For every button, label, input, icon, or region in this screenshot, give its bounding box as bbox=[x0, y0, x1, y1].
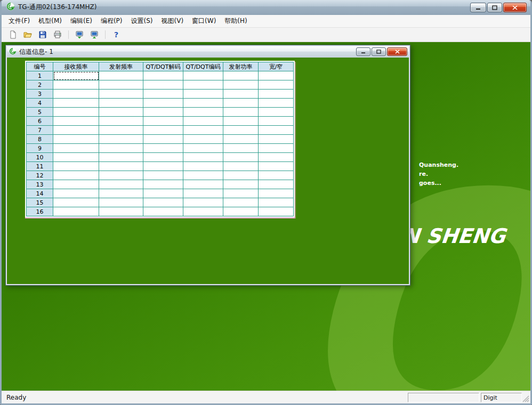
channel-cell[interactable] bbox=[259, 207, 294, 216]
channel-cell[interactable] bbox=[143, 117, 183, 126]
child-title-bar[interactable]: 信道信息- 1 bbox=[7, 46, 409, 58]
channel-cell[interactable] bbox=[53, 126, 99, 135]
menu-window[interactable]: 窗口(W) bbox=[188, 15, 220, 27]
row-number-cell[interactable]: 9 bbox=[27, 144, 53, 153]
channel-cell[interactable] bbox=[223, 162, 259, 171]
channel-cell[interactable] bbox=[99, 108, 143, 117]
new-file-button[interactable] bbox=[6, 29, 19, 40]
channel-cell[interactable] bbox=[143, 207, 183, 216]
channel-cell[interactable] bbox=[143, 90, 183, 99]
row-number-cell[interactable]: 7 bbox=[27, 126, 53, 135]
channel-cell[interactable] bbox=[143, 153, 183, 162]
channel-cell[interactable] bbox=[223, 71, 259, 80]
channel-cell[interactable] bbox=[259, 171, 294, 180]
channel-cell[interactable] bbox=[183, 80, 223, 90]
channel-cell[interactable] bbox=[183, 135, 223, 144]
channel-cell[interactable] bbox=[99, 144, 143, 153]
channel-cell[interactable] bbox=[259, 71, 294, 80]
column-header-wide-narrow[interactable]: 宽/窄 bbox=[259, 62, 294, 71]
channel-cell[interactable] bbox=[143, 99, 183, 108]
channel-cell[interactable] bbox=[143, 198, 183, 207]
help-button[interactable]: ? bbox=[110, 29, 123, 40]
channel-cell[interactable] bbox=[259, 80, 294, 90]
channel-cell[interactable] bbox=[183, 189, 223, 198]
channel-cell[interactable] bbox=[53, 99, 99, 108]
row-number-cell[interactable]: 8 bbox=[27, 135, 53, 144]
channel-cell[interactable] bbox=[143, 162, 183, 171]
child-close-button[interactable] bbox=[387, 47, 407, 56]
channel-cell[interactable] bbox=[223, 90, 259, 99]
channel-cell[interactable] bbox=[53, 71, 99, 80]
row-number-cell[interactable]: 6 bbox=[27, 117, 53, 126]
column-header-number[interactable]: 编号 bbox=[27, 62, 53, 71]
channel-cell[interactable] bbox=[223, 207, 259, 216]
channel-cell[interactable] bbox=[143, 189, 183, 198]
channel-cell[interactable] bbox=[99, 189, 143, 198]
channel-cell[interactable] bbox=[223, 144, 259, 153]
channel-cell[interactable] bbox=[223, 80, 259, 90]
channel-cell[interactable] bbox=[183, 144, 223, 153]
channel-cell[interactable] bbox=[99, 99, 143, 108]
channel-cell[interactable] bbox=[223, 126, 259, 135]
minimize-button[interactable] bbox=[470, 3, 486, 12]
menu-edit[interactable]: 编辑(E) bbox=[66, 15, 96, 27]
column-header-tx-freq[interactable]: 发射频率 bbox=[99, 62, 143, 71]
channel-cell[interactable] bbox=[183, 198, 223, 207]
channel-cell[interactable] bbox=[223, 108, 259, 117]
channel-cell[interactable] bbox=[183, 90, 223, 99]
channel-cell[interactable] bbox=[259, 153, 294, 162]
channel-cell[interactable] bbox=[53, 117, 99, 126]
channel-cell[interactable] bbox=[99, 171, 143, 180]
channel-cell[interactable] bbox=[183, 108, 223, 117]
row-number-cell[interactable]: 4 bbox=[27, 99, 53, 108]
channel-cell[interactable] bbox=[143, 126, 183, 135]
channel-cell[interactable] bbox=[99, 207, 143, 216]
channel-cell[interactable] bbox=[259, 117, 294, 126]
channel-cell[interactable] bbox=[143, 80, 183, 90]
channel-cell[interactable] bbox=[53, 135, 99, 144]
channel-cell[interactable] bbox=[183, 171, 223, 180]
channel-cell[interactable] bbox=[99, 71, 143, 80]
row-number-cell[interactable]: 16 bbox=[27, 207, 53, 216]
resize-grip-icon[interactable] bbox=[522, 395, 529, 402]
channel-cell[interactable] bbox=[259, 198, 294, 207]
channel-cell[interactable] bbox=[143, 144, 183, 153]
channel-cell[interactable] bbox=[99, 90, 143, 99]
channel-cell[interactable] bbox=[223, 171, 259, 180]
channel-cell[interactable] bbox=[53, 180, 99, 189]
channel-cell[interactable] bbox=[259, 90, 294, 99]
row-number-cell[interactable]: 14 bbox=[27, 189, 53, 198]
channel-cell[interactable] bbox=[259, 162, 294, 171]
row-number-cell[interactable]: 15 bbox=[27, 198, 53, 207]
menu-help[interactable]: 帮助(H) bbox=[220, 15, 251, 27]
row-number-cell[interactable]: 3 bbox=[27, 90, 53, 99]
channel-cell[interactable] bbox=[183, 126, 223, 135]
channel-cell[interactable] bbox=[143, 171, 183, 180]
channel-cell[interactable] bbox=[99, 126, 143, 135]
channel-cell[interactable] bbox=[143, 180, 183, 189]
channel-cell[interactable] bbox=[259, 99, 294, 108]
channel-cell[interactable] bbox=[183, 99, 223, 108]
channel-cell[interactable] bbox=[53, 198, 99, 207]
row-number-cell[interactable]: 11 bbox=[27, 162, 53, 171]
channel-cell[interactable] bbox=[99, 117, 143, 126]
channel-cell[interactable] bbox=[259, 126, 294, 135]
close-button[interactable] bbox=[503, 3, 527, 12]
channel-cell[interactable] bbox=[183, 153, 223, 162]
channel-cell[interactable] bbox=[53, 153, 99, 162]
channel-cell[interactable] bbox=[53, 189, 99, 198]
child-minimize-button[interactable] bbox=[356, 47, 370, 56]
menu-program[interactable]: 编程(P) bbox=[96, 15, 127, 27]
column-header-qt-encode[interactable]: QT/DQT编码 bbox=[183, 62, 223, 71]
channel-cell[interactable] bbox=[223, 153, 259, 162]
column-header-tx-power[interactable]: 发射功率 bbox=[223, 62, 259, 71]
menu-view[interactable]: 视图(V) bbox=[157, 15, 188, 27]
channel-cell[interactable] bbox=[259, 135, 294, 144]
channel-cell[interactable] bbox=[183, 180, 223, 189]
channel-cell[interactable] bbox=[223, 135, 259, 144]
channel-cell[interactable] bbox=[143, 135, 183, 144]
write-to-radio-button[interactable] bbox=[88, 29, 101, 40]
channel-cell[interactable] bbox=[53, 90, 99, 99]
open-file-button[interactable] bbox=[21, 29, 34, 40]
channel-cell[interactable] bbox=[99, 153, 143, 162]
